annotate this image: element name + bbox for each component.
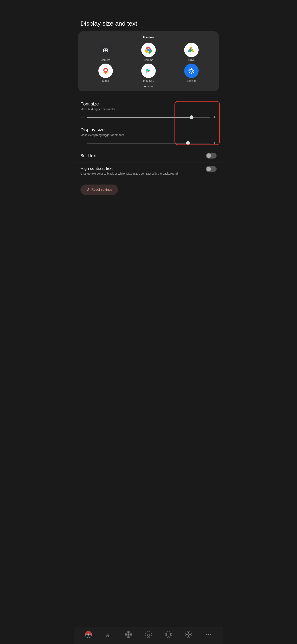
font-size-title: Font size (80, 101, 217, 107)
chrome-icon-wrapper (141, 43, 156, 57)
settings-icon-wrapper (184, 64, 199, 78)
bold-text-toggle[interactable] (206, 153, 217, 158)
svg-point-4 (105, 50, 106, 51)
pagination-dots (80, 86, 217, 87)
maps-icon (101, 66, 110, 75)
play-icon-wrapper (141, 64, 156, 78)
svg-rect-32 (189, 70, 190, 71)
app-item-maps: Maps (85, 64, 126, 82)
dot-1 (144, 86, 146, 87)
maps-icon-wrapper (98, 64, 113, 78)
app-grid: Camera (80, 43, 217, 82)
page-title: Display size and text (74, 16, 223, 31)
high-contrast-subtitle: Change text color to black or white. Max… (80, 172, 178, 176)
reset-section: ↺ Reset settings (74, 180, 223, 201)
settings-app-icon (187, 66, 196, 75)
font-size-subtitle: Make text bigger or smaller (80, 108, 217, 111)
dot-2 (148, 86, 149, 87)
svg-point-5 (107, 49, 107, 50)
app-item-camera: Camera (85, 43, 126, 62)
font-size-slider[interactable] (87, 115, 210, 119)
drive-icon-wrapper (184, 43, 199, 57)
bold-text-row: Bold text (74, 149, 223, 162)
display-size-plus[interactable]: + (212, 140, 217, 146)
font-size-slider-row: − + (80, 114, 217, 120)
display-slider-track (87, 143, 210, 144)
svg-rect-33 (193, 70, 194, 71)
settings-app-label: Settings (187, 79, 196, 82)
drive-label: Drive (188, 58, 195, 62)
app-item-play: Play St... (127, 64, 169, 82)
font-size-section: Font size Make text bigger or smaller − … (74, 97, 223, 123)
play-icon (144, 66, 153, 75)
font-slider-thumb[interactable] (190, 116, 194, 119)
high-contrast-section: High contrast text Change text color to … (74, 162, 223, 180)
bold-text-knob (207, 153, 211, 158)
display-slider-fill (87, 143, 188, 144)
display-size-minus[interactable]: − (80, 140, 85, 146)
svg-rect-30 (191, 68, 192, 69)
reset-label: Reset settings (91, 188, 112, 192)
display-size-slider-row: − + (80, 140, 217, 146)
camera-icon (101, 46, 110, 54)
top-bar: ← (74, 0, 223, 16)
display-slider-thumb[interactable] (186, 141, 190, 145)
chrome-icon (144, 46, 153, 54)
app-item-settings: Settings (171, 64, 212, 82)
font-size-minus[interactable]: − (80, 114, 85, 120)
camera-label: Camera (101, 58, 110, 62)
high-contrast-knob (207, 167, 211, 171)
dot-3 (151, 86, 153, 87)
play-label: Play St... (143, 79, 154, 82)
svg-point-24 (104, 69, 107, 72)
svg-point-9 (147, 49, 150, 52)
app-item-chrome: Chrome (127, 43, 169, 62)
display-size-subtitle: Make everything bigger or smaller (80, 133, 217, 137)
high-contrast-toggle[interactable] (206, 166, 217, 172)
high-contrast-text-block: High contrast text Change text color to … (80, 166, 178, 176)
font-size-plus[interactable]: + (212, 114, 217, 120)
back-button[interactable]: ← (80, 8, 85, 14)
bold-text-label: Bold text (80, 153, 96, 158)
chrome-label: Chrome (144, 58, 153, 62)
high-contrast-title: High contrast text (80, 166, 178, 171)
font-slider-fill (87, 117, 192, 118)
reset-icon: ↺ (86, 188, 89, 192)
reset-button[interactable]: ↺ Reset settings (80, 184, 118, 195)
app-item-drive: Drive (171, 43, 212, 62)
maps-label: Maps (102, 79, 109, 82)
display-size-title: Display size (80, 127, 217, 132)
display-size-slider[interactable] (87, 141, 210, 145)
svg-rect-31 (191, 73, 192, 74)
preview-card: Preview Camera (78, 31, 219, 91)
display-size-section: Display size Make everything bigger or s… (74, 123, 223, 149)
camera-icon-wrapper (98, 43, 113, 57)
svg-point-28 (187, 66, 196, 75)
preview-label: Preview (80, 36, 217, 39)
drive-icon (187, 46, 196, 54)
